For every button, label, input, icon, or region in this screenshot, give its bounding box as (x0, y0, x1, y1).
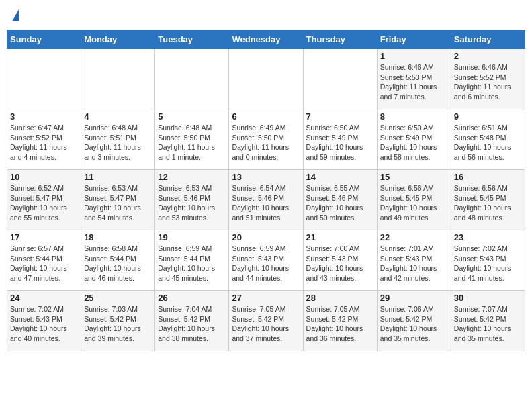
day-number: 13 (232, 172, 300, 182)
day-number: 25 (84, 293, 152, 303)
calendar-cell: 9Sunrise: 6:51 AM Sunset: 5:48 PM Daylig… (451, 109, 525, 170)
day-info: Sunrise: 6:54 AM Sunset: 5:46 PM Dayligh… (232, 183, 300, 223)
calendar-cell: 15Sunrise: 6:56 AM Sunset: 5:45 PM Dayli… (377, 170, 451, 230)
calendar-cell: 17Sunrise: 6:57 AM Sunset: 5:44 PM Dayli… (7, 230, 81, 291)
calendar-cell: 8Sunrise: 6:50 AM Sunset: 5:49 PM Daylig… (377, 109, 451, 170)
weekday-header: Thursday (303, 30, 377, 49)
day-info: Sunrise: 6:53 AM Sunset: 5:46 PM Dayligh… (158, 183, 226, 223)
day-number: 11 (84, 172, 152, 182)
day-info: Sunrise: 6:51 AM Sunset: 5:48 PM Dayligh… (454, 123, 522, 163)
day-info: Sunrise: 6:46 AM Sunset: 5:53 PM Dayligh… (380, 62, 448, 102)
calendar-cell: 27Sunrise: 7:05 AM Sunset: 5:42 PM Dayli… (229, 291, 303, 351)
day-info: Sunrise: 6:55 AM Sunset: 5:46 PM Dayligh… (306, 183, 374, 223)
calendar-header: SundayMondayTuesdayWednesdayThursdayFrid… (7, 30, 525, 49)
calendar-cell: 25Sunrise: 7:03 AM Sunset: 5:42 PM Dayli… (81, 291, 155, 351)
day-info: Sunrise: 6:49 AM Sunset: 5:50 PM Dayligh… (232, 123, 300, 163)
day-info: Sunrise: 6:46 AM Sunset: 5:52 PM Dayligh… (454, 62, 522, 102)
calendar-cell: 5Sunrise: 6:48 AM Sunset: 5:50 PM Daylig… (155, 109, 229, 170)
day-info: Sunrise: 6:57 AM Sunset: 5:44 PM Dayligh… (10, 244, 78, 283)
day-number: 6 (232, 111, 300, 122)
day-number: 19 (158, 232, 226, 242)
day-number: 30 (454, 293, 522, 303)
day-info: Sunrise: 7:02 AM Sunset: 5:43 PM Dayligh… (454, 244, 522, 283)
day-info: Sunrise: 6:56 AM Sunset: 5:45 PM Dayligh… (454, 183, 522, 223)
day-info: Sunrise: 7:01 AM Sunset: 5:43 PM Dayligh… (380, 244, 448, 283)
day-info: Sunrise: 6:58 AM Sunset: 5:44 PM Dayligh… (84, 244, 152, 283)
day-number: 15 (380, 172, 448, 182)
calendar-cell: 28Sunrise: 7:05 AM Sunset: 5:42 PM Dayli… (303, 291, 377, 351)
day-info: Sunrise: 7:02 AM Sunset: 5:43 PM Dayligh… (10, 304, 78, 344)
day-number: 9 (454, 111, 522, 122)
day-number: 10 (10, 172, 78, 182)
calendar-cell: 2Sunrise: 6:46 AM Sunset: 5:52 PM Daylig… (451, 49, 525, 109)
calendar-cell: 22Sunrise: 7:01 AM Sunset: 5:43 PM Dayli… (377, 230, 451, 291)
day-info: Sunrise: 6:56 AM Sunset: 5:45 PM Dayligh… (380, 183, 448, 223)
calendar-cell: 10Sunrise: 6:52 AM Sunset: 5:47 PM Dayli… (7, 170, 81, 230)
calendar-cell (155, 49, 229, 109)
calendar-cell: 13Sunrise: 6:54 AM Sunset: 5:46 PM Dayli… (229, 170, 303, 230)
calendar-cell: 7Sunrise: 6:50 AM Sunset: 5:49 PM Daylig… (303, 109, 377, 170)
day-number: 4 (84, 111, 152, 122)
calendar-cell: 29Sunrise: 7:06 AM Sunset: 5:42 PM Dayli… (377, 291, 451, 351)
calendar-cell (81, 49, 155, 109)
day-number: 16 (454, 172, 522, 182)
calendar-cell: 18Sunrise: 6:58 AM Sunset: 5:44 PM Dayli… (81, 230, 155, 291)
calendar-cell: 3Sunrise: 6:47 AM Sunset: 5:52 PM Daylig… (7, 109, 81, 170)
day-number: 5 (158, 111, 226, 122)
calendar-cell (229, 49, 303, 109)
day-info: Sunrise: 6:48 AM Sunset: 5:50 PM Dayligh… (158, 123, 226, 163)
calendar-cell: 12Sunrise: 6:53 AM Sunset: 5:46 PM Dayli… (155, 170, 229, 230)
calendar-cell: 4Sunrise: 6:48 AM Sunset: 5:51 PM Daylig… (81, 109, 155, 170)
day-info: Sunrise: 7:00 AM Sunset: 5:43 PM Dayligh… (306, 244, 374, 283)
calendar-cell: 19Sunrise: 6:59 AM Sunset: 5:44 PM Dayli… (155, 230, 229, 291)
day-number: 3 (10, 111, 78, 122)
calendar-cell: 1Sunrise: 6:46 AM Sunset: 5:53 PM Daylig… (377, 49, 451, 109)
day-info: Sunrise: 6:59 AM Sunset: 5:43 PM Dayligh… (232, 244, 300, 283)
weekday-header: Monday (81, 30, 155, 49)
calendar-cell: 23Sunrise: 7:02 AM Sunset: 5:43 PM Dayli… (451, 230, 525, 291)
day-number: 8 (380, 111, 448, 122)
day-number: 21 (306, 232, 374, 242)
weekday-header: Sunday (7, 30, 81, 49)
day-number: 26 (158, 293, 226, 303)
calendar-cell: 6Sunrise: 6:49 AM Sunset: 5:50 PM Daylig… (229, 109, 303, 170)
day-info: Sunrise: 7:07 AM Sunset: 5:42 PM Dayligh… (454, 304, 522, 344)
page-header (7, 7, 525, 26)
weekday-header: Wednesday (229, 30, 303, 49)
logo (11, 9, 19, 23)
day-info: Sunrise: 6:50 AM Sunset: 5:49 PM Dayligh… (380, 123, 448, 163)
day-number: 20 (232, 232, 300, 242)
weekday-header: Tuesday (155, 30, 229, 49)
day-number: 18 (84, 232, 152, 242)
calendar-cell: 26Sunrise: 7:04 AM Sunset: 5:42 PM Dayli… (155, 291, 229, 351)
calendar-cell: 21Sunrise: 7:00 AM Sunset: 5:43 PM Dayli… (303, 230, 377, 291)
day-info: Sunrise: 6:48 AM Sunset: 5:51 PM Dayligh… (84, 123, 152, 163)
day-number: 2 (454, 51, 522, 61)
day-number: 23 (454, 232, 522, 242)
weekday-header: Friday (377, 30, 451, 49)
calendar-cell: 14Sunrise: 6:55 AM Sunset: 5:46 PM Dayli… (303, 170, 377, 230)
calendar-cell (303, 49, 377, 109)
calendar-cell (7, 49, 81, 109)
day-number: 7 (306, 111, 374, 122)
day-info: Sunrise: 6:47 AM Sunset: 5:52 PM Dayligh… (10, 123, 78, 163)
calendar-cell: 11Sunrise: 6:53 AM Sunset: 5:47 PM Dayli… (81, 170, 155, 230)
calendar-cell: 24Sunrise: 7:02 AM Sunset: 5:43 PM Dayli… (7, 291, 81, 351)
day-info: Sunrise: 6:53 AM Sunset: 5:47 PM Dayligh… (84, 183, 152, 223)
calendar-table: SundayMondayTuesdayWednesdayThursdayFrid… (7, 30, 525, 351)
day-info: Sunrise: 7:03 AM Sunset: 5:42 PM Dayligh… (84, 304, 152, 344)
logo-triangle-icon (12, 9, 19, 21)
day-number: 28 (306, 293, 374, 303)
day-number: 17 (10, 232, 78, 242)
day-number: 1 (380, 51, 448, 61)
calendar-cell: 16Sunrise: 6:56 AM Sunset: 5:45 PM Dayli… (451, 170, 525, 230)
day-number: 14 (306, 172, 374, 182)
day-number: 24 (10, 293, 78, 303)
day-number: 12 (158, 172, 226, 182)
day-info: Sunrise: 6:59 AM Sunset: 5:44 PM Dayligh… (158, 244, 226, 283)
day-number: 29 (380, 293, 448, 303)
day-number: 22 (380, 232, 448, 242)
day-number: 27 (232, 293, 300, 303)
calendar-cell: 20Sunrise: 6:59 AM Sunset: 5:43 PM Dayli… (229, 230, 303, 291)
day-info: Sunrise: 6:50 AM Sunset: 5:49 PM Dayligh… (306, 123, 374, 163)
